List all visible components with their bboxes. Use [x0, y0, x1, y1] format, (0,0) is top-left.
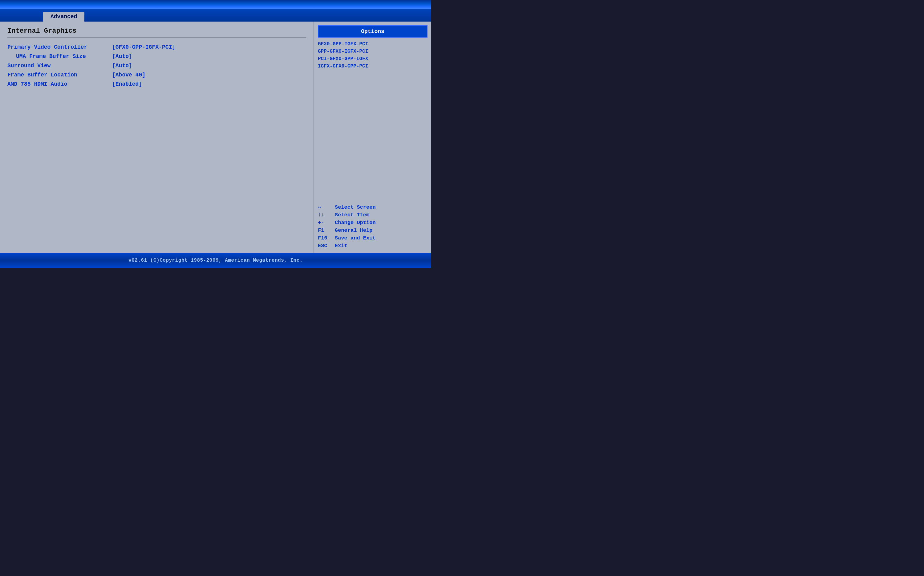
keybind-desc: Select Screen [335, 204, 376, 210]
tab-bar: Advanced [0, 9, 431, 22]
keybind-desc: Save and Exit [335, 235, 376, 241]
option-item[interactable]: GPP-GFX0-IGFX-PCI [318, 48, 428, 55]
menu-value: [GFX0-GPP-IGFX-PCI] [112, 44, 175, 50]
menu-label: UMA Frame Buffer Size [7, 53, 112, 59]
menu-row[interactable]: Frame Buffer Location[Above 4G] [7, 70, 306, 80]
menu-value: [Enabled] [112, 81, 142, 87]
menu-row[interactable]: UMA Frame Buffer Size[Auto] [7, 52, 306, 61]
menu-value: [Above 4G] [112, 72, 145, 78]
menu-label: AMD 785 HDMI Audio [7, 81, 112, 87]
keybind-key: F1 [318, 227, 335, 233]
tab-advanced[interactable]: Advanced [43, 12, 85, 22]
keybind-desc: Change Option [335, 220, 376, 226]
keybind-row: F1General Help [318, 227, 428, 234]
keybind-desc: General Help [335, 227, 372, 233]
keybind-desc: Exit [335, 243, 348, 249]
keybind-desc: Select Item [335, 212, 369, 218]
option-item[interactable]: GFX0-GPP-IGFX-PCI [318, 41, 428, 48]
menu-value: [Auto] [112, 62, 132, 69]
keybind-row: +-Change Option [318, 219, 428, 227]
menu-label: Primary Video Controller [7, 44, 112, 50]
menu-label: Surround View [7, 62, 112, 69]
option-item[interactable]: PCI-GFX0-GPP-IGFX [318, 56, 428, 62]
keybind-key: F10 [318, 235, 335, 241]
menu-row[interactable]: Surround View[Auto] [7, 61, 306, 70]
keybind-key: ↑↓ [318, 212, 335, 218]
menu-row[interactable]: AMD 785 HDMI Audio[Enabled] [7, 80, 306, 89]
right-panel: Options GFX0-GPP-IGFX-PCIGPP-GFX0-IGFX-P… [314, 22, 431, 253]
menu-items: Primary Video Controller[GFX0-GPP-IGFX-P… [7, 43, 306, 89]
menu-label: Frame Buffer Location [7, 72, 112, 78]
keybind-key: ESC [318, 243, 335, 249]
left-panel: Internal Graphics Primary Video Controll… [0, 22, 314, 253]
menu-row[interactable]: Primary Video Controller[GFX0-GPP-IGFX-P… [7, 43, 306, 52]
keybind-row: F10Save and Exit [318, 234, 428, 242]
keybind-row: ESCExit [318, 242, 428, 250]
options-header: Options [318, 25, 428, 38]
option-item[interactable]: IGFX-GFX0-GPP-PCI [318, 63, 428, 70]
top-gradient-bar [0, 0, 431, 9]
divider [7, 37, 306, 38]
options-list: GFX0-GPP-IGFX-PCIGPP-GFX0-IGFX-PCIPCI-GF… [314, 41, 431, 70]
keybind-row: ↑↓Select Item [318, 211, 428, 219]
keybind-key: +- [318, 220, 335, 226]
menu-value: [Auto] [112, 53, 132, 59]
bottom-text: v02.61 (C)Copyright 1985-2009, American … [128, 258, 303, 263]
keybind-key: ↔ [318, 204, 335, 210]
keybind-section: ↔Select Screen↑↓Select Item+-Change Opti… [314, 200, 431, 253]
main-content: Internal Graphics Primary Video Controll… [0, 22, 431, 253]
panel-title: Internal Graphics [7, 27, 306, 35]
bottom-bar: v02.61 (C)Copyright 1985-2009, American … [0, 253, 431, 268]
keybind-row: ↔Select Screen [318, 203, 428, 211]
